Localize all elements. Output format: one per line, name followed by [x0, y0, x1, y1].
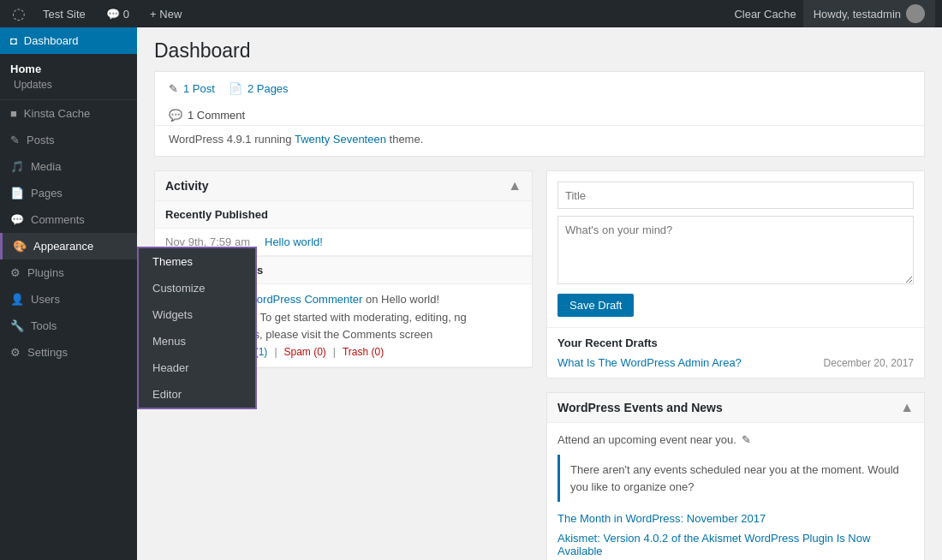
- glance-pages-item: 📄 2 Pages: [229, 82, 289, 95]
- quick-draft-widget: Save Draft Your Recent Drafts What Is Th…: [546, 170, 925, 378]
- plugins-icon: ⚙: [10, 266, 21, 279]
- draft-date: December 20, 2017: [824, 357, 914, 369]
- events-toggle[interactable]: ▲: [900, 400, 914, 415]
- pages-glance-icon: 📄: [229, 82, 242, 95]
- wp-logo-icon: ◌: [12, 4, 26, 23]
- comment-post-link[interactable]: Hello world!: [381, 293, 439, 306]
- sidebar-item-tools[interactable]: 🔧 Tools: [0, 313, 137, 339]
- sidebar-item-pages[interactable]: 📄 Pages: [0, 180, 137, 206]
- events-location: Attend an upcoming event near you. ✎: [557, 433, 914, 446]
- kinsta-label: Kinsta Cache: [24, 107, 90, 120]
- at-glance-widget: ✎ 1 Post 📄 2 Pages 💬 1 Comment WordPress…: [154, 71, 925, 157]
- sidebar-item-appearance[interactable]: 🎨 Appearance: [0, 233, 137, 259]
- settings-icon: ⚙: [10, 346, 21, 359]
- appearance-icon: 🎨: [13, 240, 27, 253]
- news-link-2[interactable]: Akismet: Version 4.0.2 of the Akismet Wo…: [557, 532, 870, 557]
- draft-title-link[interactable]: What Is The WordPress Admin Area?: [557, 356, 742, 369]
- media-icon: 🎵: [10, 160, 24, 173]
- edit-location-icon[interactable]: ✎: [742, 433, 751, 446]
- kinsta-icon: ■: [10, 107, 17, 120]
- save-draft-button[interactable]: Save Draft: [557, 294, 634, 317]
- submenu-item-editor[interactable]: Editor: [139, 381, 255, 408]
- users-label: Users: [31, 293, 60, 306]
- glance-comments-link[interactable]: 1 Comment: [188, 109, 245, 122]
- new-label: + New: [150, 8, 182, 21]
- comment-bubble-icon: 💬: [106, 8, 120, 21]
- sidebar-item-settings[interactable]: ⚙ Settings: [0, 339, 137, 366]
- pages-icon: 📄: [10, 187, 24, 200]
- adminbar-site-name[interactable]: Test Site: [34, 8, 94, 21]
- post-icon: ✎: [169, 82, 178, 95]
- submenu-item-menus[interactable]: Menus: [139, 328, 255, 354]
- events-widget-header: WordPress Events and News ▲: [547, 393, 924, 423]
- posts-icon: ✎: [10, 134, 20, 146]
- sidebar-item-dashboard[interactable]: ◘ Dashboard: [0, 27, 137, 54]
- pages-label: Pages: [31, 187, 63, 200]
- comment-icon: 💬: [169, 109, 182, 122]
- recent-drafts-title: Your Recent Drafts: [557, 337, 914, 349]
- tools-label: Tools: [31, 319, 57, 332]
- submenu-item-themes[interactable]: Themes: [139, 248, 255, 275]
- sidebar-item-users[interactable]: 👤 Users: [0, 286, 137, 313]
- sidebar-item-posts[interactable]: ✎ Posts: [0, 127, 137, 153]
- theme-link[interactable]: Twenty Seventeen: [295, 133, 386, 146]
- settings-label: Settings: [27, 346, 68, 359]
- submenu-item-customize[interactable]: Customize: [139, 275, 255, 301]
- glance-pages-link[interactable]: 2 Pages: [247, 82, 289, 95]
- spam-link[interactable]: Spam (0): [284, 346, 326, 358]
- no-events-message: There aren't any events scheduled near y…: [557, 455, 914, 502]
- adminbar-comments[interactable]: 💬 0: [98, 8, 138, 21]
- comments-screen-link[interactable]: Comments screen: [343, 328, 432, 341]
- adminbar-user-menu[interactable]: Howdy, testadmin: [803, 0, 935, 27]
- separator2: |: [333, 346, 336, 358]
- sidebar: ◘ Dashboard Home Updates ■ Kinsta Cache …: [0, 27, 137, 560]
- glance-posts-link[interactable]: 1 Post: [183, 82, 215, 95]
- wp-version-info: WordPress 4.9.1 running Twenty Seventeen…: [155, 125, 924, 156]
- appearance-submenu: Themes Customize Widgets Menus Header Ed…: [137, 247, 257, 409]
- glance-comment-item: 💬 1 Comment: [155, 105, 924, 125]
- sidebar-item-comments[interactable]: 💬 Comments: [0, 206, 137, 233]
- users-icon: 👤: [10, 293, 24, 306]
- separator1: |: [274, 346, 277, 358]
- adminbar-new[interactable]: + New: [141, 8, 190, 21]
- comments-label: Comments: [31, 213, 85, 226]
- events-location-text: Attend an upcoming event near you.: [557, 433, 736, 446]
- news-item-2: Akismet: Version 4.0.2 of the Akismet Wo…: [557, 532, 914, 557]
- appearance-label: Appearance: [33, 240, 93, 253]
- events-title: WordPress Events and News: [557, 401, 723, 414]
- wp-logo[interactable]: ◌: [7, 2, 31, 26]
- sidebar-item-plugins[interactable]: ⚙ Plugins: [0, 259, 137, 286]
- draft-body-input[interactable]: [557, 216, 914, 284]
- news-item-1: The Month in WordPress: November 2017: [557, 512, 914, 525]
- comments-icon: 💬: [10, 213, 24, 226]
- posts-label: Posts: [27, 134, 55, 146]
- recently-published-title: Recently Published: [155, 201, 532, 229]
- events-widget: WordPress Events and News ▲ Attend an up…: [546, 392, 925, 560]
- admin-bar: ◌ Test Site 💬 0 + New Clear Cache Howdy,…: [0, 0, 942, 27]
- activity-toggle[interactable]: ▲: [508, 178, 522, 194]
- draft-title-input[interactable]: [557, 182, 914, 209]
- sidebar-item-updates[interactable]: Updates: [0, 77, 137, 96]
- draft-item: What Is The WordPress Admin Area? Decemb…: [557, 356, 914, 369]
- submenu-item-widgets[interactable]: Widgets: [139, 301, 255, 328]
- dashboard-label: Dashboard: [24, 34, 79, 47]
- sidebar-home-title[interactable]: Home: [0, 57, 137, 77]
- activity-widget-header: Activity ▲: [155, 171, 532, 201]
- main-content: Dashboard ✎ 1 Post 📄 2 Pages 💬 1 Comment…: [137, 27, 942, 560]
- sidebar-item-kinsta-cache[interactable]: ■ Kinsta Cache: [0, 100, 137, 127]
- avatar: [906, 4, 925, 23]
- comments-count: 0: [123, 8, 129, 21]
- recent-drafts-section: Your Recent Drafts What Is The WordPress…: [547, 327, 924, 378]
- media-label: Media: [31, 160, 61, 173]
- events-body: Attend an upcoming event near you. ✎ The…: [547, 423, 924, 560]
- glance-posts-item: ✎ 1 Post: [169, 82, 215, 95]
- trash-link[interactable]: Trash (0): [343, 346, 384, 358]
- activity-post-link[interactable]: Hello world!: [265, 235, 323, 248]
- submenu-item-header[interactable]: Header: [139, 354, 255, 381]
- sidebar-item-media[interactable]: 🎵 Media: [0, 153, 137, 180]
- news-link-1[interactable]: The Month in WordPress: November 2017: [557, 512, 766, 525]
- page-title: Dashboard: [154, 39, 925, 63]
- dashboard-icon: ◘: [10, 34, 17, 47]
- site-name-label: Test Site: [43, 8, 86, 21]
- clear-cache-button[interactable]: Clear Cache: [734, 8, 796, 21]
